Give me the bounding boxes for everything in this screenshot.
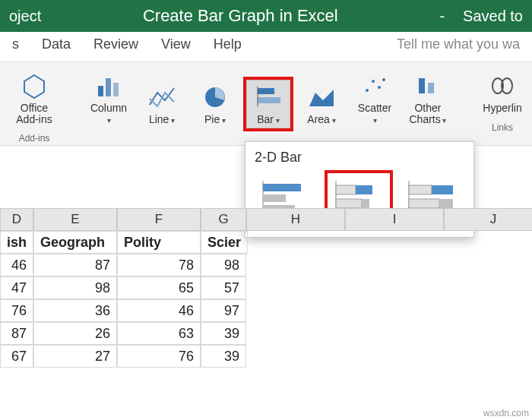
hdr-1[interactable]: Geograph (33, 231, 117, 254)
hyperlink-button[interactable]: Hyperlin (477, 68, 527, 118)
table-row: 47986557 (0, 276, 532, 299)
other-charts-button[interactable]: Other Charts (406, 68, 450, 128)
svg-rect-6 (258, 97, 280, 103)
cell[interactable]: 46 (117, 299, 201, 322)
cell[interactable]: 39 (201, 345, 246, 368)
cell[interactable]: 98 (33, 276, 117, 299)
group-links-label: Links (492, 122, 513, 133)
tab-data[interactable]: Data (42, 36, 71, 52)
group-addins-label: Add-ins (19, 133, 50, 144)
col-e[interactable]: E (33, 208, 117, 231)
cell[interactable]: 57 (201, 276, 246, 299)
status-sep: - (439, 8, 445, 25)
cell[interactable]: 27 (33, 345, 117, 368)
cell[interactable]: 63 (117, 322, 201, 345)
save-status: Saved to (463, 8, 523, 25)
cell[interactable]: 87 (33, 254, 117, 276)
group-charts: Column Line Pie Bar Area Scatter (87, 68, 450, 144)
tab-fragment[interactable]: s (12, 36, 19, 52)
column-chart-icon (93, 72, 124, 99)
svg-rect-32 (409, 199, 439, 208)
svg-marker-8 (309, 90, 334, 106)
cell[interactable]: 67 (0, 345, 33, 368)
col-i[interactable]: I (345, 208, 444, 231)
watermark: wsxdn.com (483, 408, 529, 418)
addins-icon (19, 72, 49, 99)
column-chart-button[interactable]: Column (87, 68, 131, 128)
svg-point-9 (366, 89, 369, 92)
column-letter-row: D E F G H I J (0, 208, 532, 231)
svg-rect-19 (263, 184, 301, 191)
svg-point-11 (378, 86, 381, 89)
svg-marker-0 (24, 75, 44, 98)
cell[interactable]: 97 (201, 299, 246, 322)
svg-rect-3 (113, 83, 119, 96)
svg-rect-14 (428, 83, 434, 93)
col-g[interactable]: G (201, 208, 246, 231)
col-f[interactable]: F (117, 208, 201, 231)
office-addins-button[interactable]: Office Add-ins (9, 68, 59, 128)
dropdown-section-title: 2-D Bar (255, 150, 464, 166)
col-h[interactable]: H (246, 208, 345, 231)
hdr-0[interactable]: ish (0, 231, 33, 254)
svg-rect-27 (362, 199, 369, 208)
svg-rect-5 (258, 88, 274, 94)
group-addins: Office Add-ins Add-ins (9, 68, 59, 144)
svg-rect-13 (419, 78, 425, 93)
svg-point-10 (372, 80, 375, 83)
header-row: ish Geograph Polity Scier (0, 231, 532, 254)
svg-rect-26 (336, 199, 362, 208)
svg-rect-30 (409, 185, 432, 194)
group-links: Hyperlin Links (477, 68, 527, 133)
bar-chart-icon (253, 84, 283, 111)
hyperlink-icon (487, 72, 518, 99)
cell[interactable]: 87 (0, 322, 33, 345)
scatter-chart-icon (359, 72, 390, 99)
spreadsheet-grid[interactable]: D E F G H I J ish Geograph Polity Scier … (0, 208, 532, 368)
other-charts-icon (413, 72, 443, 99)
tab-view[interactable]: View (161, 36, 191, 52)
cell[interactable]: 47 (0, 276, 33, 299)
tab-help[interactable]: Help (214, 36, 242, 52)
cell[interactable]: 78 (117, 254, 201, 276)
pie-chart-icon (200, 84, 230, 111)
area-chart-button[interactable]: Area (299, 80, 344, 129)
svg-rect-31 (432, 185, 453, 194)
cell[interactable]: 65 (117, 276, 201, 299)
project-label: oject (9, 8, 41, 25)
pie-chart-button[interactable]: Pie (193, 80, 237, 129)
svg-rect-33 (439, 199, 453, 208)
line-chart-button[interactable]: Line (140, 80, 184, 129)
svg-rect-2 (106, 78, 111, 96)
cell[interactable]: 39 (201, 322, 246, 345)
bar-chart-button[interactable]: Bar (246, 80, 290, 129)
area-chart-icon (306, 84, 337, 111)
col-d[interactable]: D (0, 208, 33, 231)
cell[interactable]: 46 (0, 254, 33, 276)
col-j[interactable]: J (444, 208, 532, 231)
cell[interactable]: 76 (0, 299, 33, 322)
ribbon: Office Add-ins Add-ins Column Line Pie B… (0, 62, 532, 146)
svg-rect-24 (336, 185, 356, 194)
table-row: 67277639 (0, 345, 532, 368)
svg-rect-20 (263, 194, 286, 202)
cell[interactable]: 98 (201, 254, 246, 276)
hdr-3[interactable]: Scier (201, 231, 248, 254)
table-row: 87266339 (0, 322, 532, 345)
svg-point-12 (382, 78, 385, 81)
cell[interactable]: 76 (117, 345, 201, 368)
hdr-2[interactable]: Polity (117, 231, 201, 254)
cell[interactable]: 36 (33, 299, 117, 322)
title-bar: oject Create Bar Graph in Excel - Saved … (0, 0, 532, 32)
tell-me-search[interactable]: Tell me what you wa (397, 36, 520, 52)
cell[interactable]: 26 (33, 322, 117, 345)
svg-rect-25 (356, 185, 372, 194)
tab-review[interactable]: Review (93, 36, 138, 52)
document-title: Create Bar Graph in Excel (59, 6, 421, 26)
table-row: 46877898 (0, 254, 532, 276)
scatter-chart-button[interactable]: Scatter (353, 68, 397, 128)
menu-tabs: s Data Review View Help Tell me what you… (0, 32, 532, 62)
line-chart-icon (147, 84, 177, 111)
table-row: 76364697 (0, 299, 532, 322)
svg-rect-1 (98, 86, 103, 96)
